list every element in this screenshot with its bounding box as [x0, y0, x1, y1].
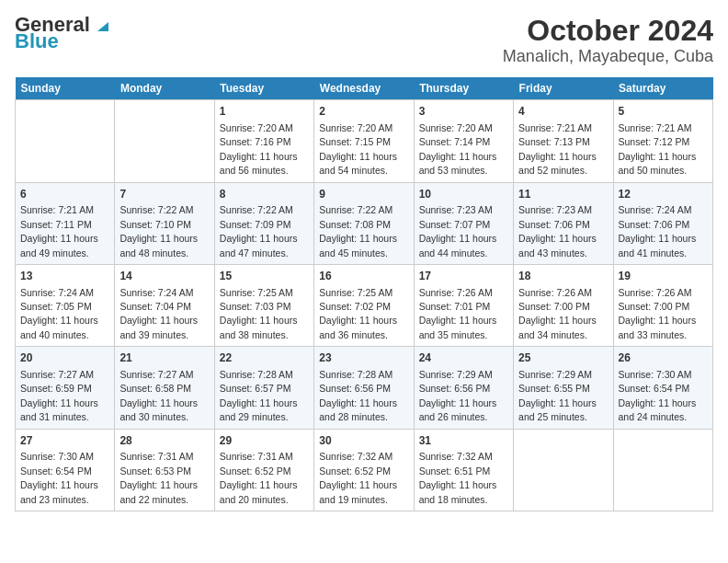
- cell-content: Sunrise: 7:29 AMSunset: 6:55 PMDaylight:…: [518, 369, 597, 422]
- cell-content: Sunrise: 7:23 AMSunset: 7:07 PMDaylight:…: [419, 204, 497, 258]
- day-number: 18: [518, 269, 608, 284]
- calendar-cell: [16, 100, 115, 182]
- calendar-week-row: 13Sunrise: 7:24 AMSunset: 7:05 PMDayligh…: [16, 264, 713, 346]
- calendar-cell: 20Sunrise: 7:27 AMSunset: 6:59 PMDayligh…: [16, 347, 115, 429]
- calendar-cell: [115, 100, 214, 182]
- cell-content: Sunrise: 7:24 AMSunset: 7:05 PMDaylight:…: [20, 287, 98, 340]
- header-tuesday: Tuesday: [214, 77, 313, 100]
- day-number: 7: [119, 187, 209, 202]
- cell-content: Sunrise: 7:26 AMSunset: 7:00 PMDaylight:…: [518, 287, 597, 340]
- calendar-cell: 31Sunrise: 7:32 AMSunset: 6:51 PMDayligh…: [414, 429, 513, 511]
- day-number: 31: [419, 433, 508, 449]
- header-thursday: Thursday: [414, 77, 513, 100]
- calendar-week-row: 1Sunrise: 7:20 AMSunset: 7:16 PMDaylight…: [16, 100, 713, 182]
- cell-content: Sunrise: 7:20 AMSunset: 7:15 PMDaylight:…: [319, 122, 397, 176]
- calendar-week-row: 20Sunrise: 7:27 AMSunset: 6:59 PMDayligh…: [16, 347, 713, 429]
- cell-content: Sunrise: 7:25 AMSunset: 7:02 PMDaylight:…: [319, 287, 397, 340]
- cell-content: Sunrise: 7:26 AMSunset: 7:00 PMDaylight:…: [619, 287, 697, 340]
- day-number: 25: [518, 350, 608, 366]
- day-number: 15: [220, 269, 309, 284]
- day-number: 8: [220, 187, 309, 202]
- day-number: 10: [419, 187, 508, 202]
- cell-content: Sunrise: 7:22 AMSunset: 7:09 PMDaylight:…: [220, 204, 298, 258]
- cell-content: Sunrise: 7:23 AMSunset: 7:06 PMDaylight:…: [518, 204, 597, 258]
- calendar-cell: 1Sunrise: 7:20 AMSunset: 7:16 PMDaylight…: [214, 100, 313, 182]
- calendar-cell: 11Sunrise: 7:23 AMSunset: 7:06 PMDayligh…: [514, 182, 613, 264]
- calendar-cell: 9Sunrise: 7:22 AMSunset: 7:08 PMDaylight…: [314, 182, 414, 264]
- day-number: 19: [619, 269, 708, 284]
- calendar-cell: 15Sunrise: 7:25 AMSunset: 7:03 PMDayligh…: [214, 264, 313, 346]
- calendar-cell: 8Sunrise: 7:22 AMSunset: 7:09 PMDaylight…: [214, 182, 313, 264]
- cell-content: Sunrise: 7:21 AMSunset: 7:11 PMDaylight:…: [20, 204, 98, 258]
- calendar-cell: 23Sunrise: 7:28 AMSunset: 6:56 PMDayligh…: [314, 347, 414, 429]
- calendar-cell: 27Sunrise: 7:30 AMSunset: 6:54 PMDayligh…: [16, 429, 115, 511]
- day-number: 9: [319, 187, 408, 202]
- calendar-cell: 24Sunrise: 7:29 AMSunset: 6:56 PMDayligh…: [414, 347, 513, 429]
- calendar-week-row: 27Sunrise: 7:30 AMSunset: 6:54 PMDayligh…: [16, 429, 713, 511]
- day-number: 4: [518, 104, 608, 120]
- day-number: 27: [20, 433, 109, 449]
- calendar-table: Sunday Monday Tuesday Wednesday Thursday…: [15, 77, 713, 511]
- calendar-cell: 30Sunrise: 7:32 AMSunset: 6:52 PMDayligh…: [314, 429, 414, 511]
- calendar-body: 1Sunrise: 7:20 AMSunset: 7:16 PMDaylight…: [16, 100, 713, 511]
- day-number: 13: [20, 269, 109, 284]
- cell-content: Sunrise: 7:22 AMSunset: 7:08 PMDaylight:…: [319, 204, 397, 258]
- calendar-cell: 25Sunrise: 7:29 AMSunset: 6:55 PMDayligh…: [514, 347, 613, 429]
- header-monday: Monday: [115, 77, 214, 100]
- page-container: General Blue October 2024 Manalich, Maya…: [0, 0, 728, 521]
- day-number: 17: [419, 269, 508, 284]
- calendar-cell: 4Sunrise: 7:21 AMSunset: 7:13 PMDaylight…: [514, 100, 613, 182]
- calendar-cell: 19Sunrise: 7:26 AMSunset: 7:00 PMDayligh…: [613, 264, 712, 346]
- header-sunday: Sunday: [16, 77, 115, 100]
- day-number: 20: [20, 350, 109, 366]
- svg-marker-0: [97, 22, 108, 31]
- calendar-cell: 28Sunrise: 7:31 AMSunset: 6:53 PMDayligh…: [115, 429, 214, 511]
- day-number: 24: [419, 350, 508, 366]
- day-number: 21: [119, 350, 209, 366]
- cell-content: Sunrise: 7:30 AMSunset: 6:54 PMDaylight:…: [619, 369, 697, 422]
- cell-content: Sunrise: 7:27 AMSunset: 6:59 PMDaylight:…: [20, 369, 98, 422]
- cell-content: Sunrise: 7:20 AMSunset: 7:16 PMDaylight:…: [220, 122, 298, 176]
- cell-content: Sunrise: 7:28 AMSunset: 6:56 PMDaylight:…: [319, 369, 397, 422]
- day-number: 23: [319, 350, 408, 366]
- calendar-cell: 26Sunrise: 7:30 AMSunset: 6:54 PMDayligh…: [613, 347, 712, 429]
- calendar-cell: 6Sunrise: 7:21 AMSunset: 7:11 PMDaylight…: [16, 182, 115, 264]
- cell-content: Sunrise: 7:26 AMSunset: 7:01 PMDaylight:…: [419, 287, 497, 340]
- day-number: 6: [20, 187, 109, 202]
- header-wednesday: Wednesday: [314, 77, 414, 100]
- day-number: 29: [220, 433, 309, 449]
- cell-content: Sunrise: 7:24 AMSunset: 7:06 PMDaylight:…: [619, 204, 697, 258]
- day-number: 11: [518, 187, 608, 202]
- day-number: 2: [319, 104, 408, 120]
- cell-content: Sunrise: 7:27 AMSunset: 6:58 PMDaylight:…: [119, 369, 198, 422]
- calendar-cell: 17Sunrise: 7:26 AMSunset: 7:01 PMDayligh…: [414, 264, 513, 346]
- calendar-cell: 10Sunrise: 7:23 AMSunset: 7:07 PMDayligh…: [414, 182, 513, 264]
- cell-content: Sunrise: 7:32 AMSunset: 6:51 PMDaylight:…: [419, 451, 497, 504]
- day-number: 28: [119, 433, 209, 449]
- cell-content: Sunrise: 7:20 AMSunset: 7:14 PMDaylight:…: [419, 122, 497, 176]
- cell-content: Sunrise: 7:31 AMSunset: 6:53 PMDaylight:…: [119, 451, 198, 504]
- logo-arrow-icon: [92, 15, 112, 35]
- calendar-cell: 16Sunrise: 7:25 AMSunset: 7:02 PMDayligh…: [314, 264, 414, 346]
- days-header-row: Sunday Monday Tuesday Wednesday Thursday…: [16, 77, 713, 100]
- calendar-cell: 7Sunrise: 7:22 AMSunset: 7:10 PMDaylight…: [115, 182, 214, 264]
- cell-content: Sunrise: 7:30 AMSunset: 6:54 PMDaylight:…: [20, 451, 98, 504]
- cell-content: Sunrise: 7:32 AMSunset: 6:52 PMDaylight:…: [319, 451, 397, 504]
- calendar-cell: 18Sunrise: 7:26 AMSunset: 7:00 PMDayligh…: [514, 264, 613, 346]
- day-number: 12: [619, 187, 708, 202]
- calendar-cell: [514, 429, 613, 511]
- header-friday: Friday: [514, 77, 613, 100]
- logo: General Blue: [15, 15, 112, 52]
- day-number: 30: [319, 433, 408, 449]
- cell-content: Sunrise: 7:21 AMSunset: 7:12 PMDaylight:…: [619, 122, 697, 176]
- day-number: 1: [220, 104, 309, 120]
- day-number: 22: [220, 350, 309, 366]
- calendar-cell: 21Sunrise: 7:27 AMSunset: 6:58 PMDayligh…: [115, 347, 214, 429]
- day-number: 5: [619, 104, 708, 120]
- header: General Blue October 2024 Manalich, Maya…: [15, 15, 713, 66]
- calendar-cell: [613, 429, 712, 511]
- title-block: October 2024 Manalich, Mayabeque, Cuba: [503, 15, 713, 66]
- cell-content: Sunrise: 7:25 AMSunset: 7:03 PMDaylight:…: [220, 287, 298, 340]
- cell-content: Sunrise: 7:28 AMSunset: 6:57 PMDaylight:…: [220, 369, 298, 422]
- day-number: 14: [119, 269, 209, 284]
